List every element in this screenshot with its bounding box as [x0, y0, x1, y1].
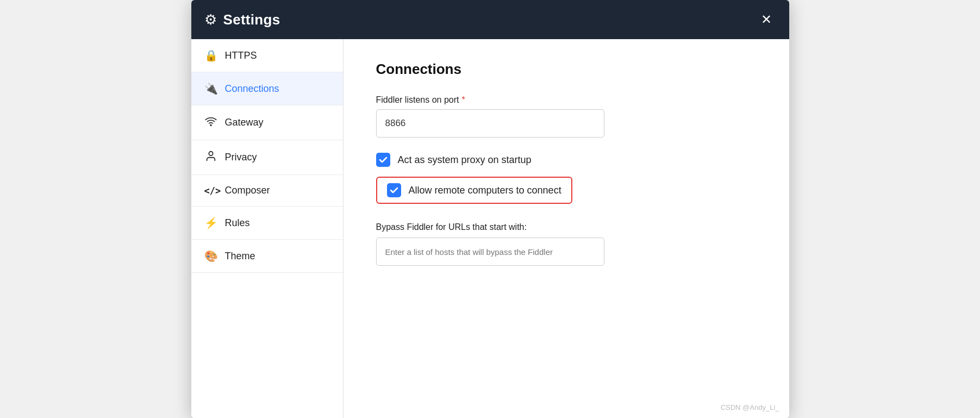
system-proxy-checkbox[interactable] [376, 153, 390, 167]
svg-point-1 [209, 152, 213, 155]
sidebar-item-label-composer: Composer [225, 185, 270, 196]
sidebar-item-label-theme: Theme [225, 251, 255, 262]
sidebar-item-label-connections: Connections [225, 83, 279, 95]
port-field-label: Fiddler listens on port * [376, 95, 757, 105]
wifi-icon [204, 115, 217, 130]
required-star: * [461, 95, 465, 105]
titlebar: ⚙ Settings ✕ [191, 0, 789, 39]
remote-connect-row: Allow remote computers to connect [376, 177, 572, 204]
watermark: CSDN @Andy_Li_ [721, 403, 779, 411]
bypass-label: Bypass Fiddler for URLs that start with: [376, 222, 757, 232]
sidebar-item-connections[interactable]: 🔌 Connections [191, 72, 343, 105]
bypass-input[interactable] [376, 238, 604, 266]
code-icon: </> [204, 185, 217, 196]
titlebar-left: ⚙ Settings [204, 11, 280, 28]
sidebar-item-label-https: HTTPS [225, 50, 257, 61]
sidebar-item-label-rules: Rules [225, 217, 250, 229]
sidebar-item-https[interactable]: 🔒 HTTPS [191, 39, 343, 72]
section-title: Connections [376, 61, 757, 78]
plug-icon: 🔌 [204, 82, 217, 95]
settings-dialog: ⚙ Settings ✕ 🔒 HTTPS 🔌 Connections [191, 0, 789, 418]
remote-connect-checkbox[interactable] [387, 183, 401, 197]
gear-icon: ⚙ [204, 11, 217, 28]
system-proxy-row: Act as system proxy on startup [376, 153, 757, 167]
sidebar-item-label-gateway: Gateway [225, 117, 264, 128]
main-content: Connections Fiddler listens on port * Ac… [344, 39, 789, 418]
close-button[interactable]: ✕ [757, 11, 776, 28]
sidebar-item-rules[interactable]: ⚡ Rules [191, 207, 343, 240]
person-icon [204, 150, 217, 165]
sidebar-item-label-privacy: Privacy [225, 152, 257, 163]
remote-connect-label: Allow remote computers to connect [409, 185, 561, 196]
svg-point-0 [210, 124, 211, 126]
palette-icon: 🎨 [204, 249, 217, 263]
titlebar-title: Settings [223, 11, 280, 28]
sidebar-item-gateway[interactable]: Gateway [191, 105, 343, 140]
bolt-icon: ⚡ [204, 216, 217, 229]
sidebar-item-privacy[interactable]: Privacy [191, 140, 343, 175]
dialog-body: 🔒 HTTPS 🔌 Connections Gateway [191, 39, 789, 418]
lock-icon: 🔒 [204, 49, 217, 62]
sidebar-item-composer[interactable]: </> Composer [191, 175, 343, 207]
sidebar-item-theme[interactable]: 🎨 Theme [191, 240, 343, 273]
port-input[interactable] [376, 109, 604, 138]
system-proxy-label: Act as system proxy on startup [398, 154, 532, 166]
sidebar: 🔒 HTTPS 🔌 Connections Gateway [191, 39, 344, 418]
